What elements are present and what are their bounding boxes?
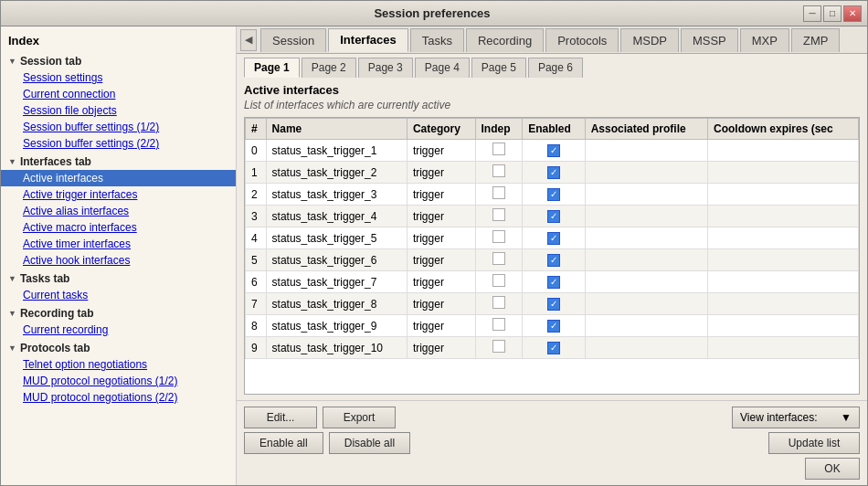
tab-session[interactable]: Session [260, 28, 326, 52]
col-header-cooldown: Cooldown expires (sec [708, 119, 859, 140]
sidebar-item-session-buffer-1[interactable]: Session buffer settings (1/2) [1, 119, 236, 135]
button-row-3: OK [244, 458, 860, 480]
window-controls: ─ □ ✕ [803, 5, 862, 22]
cell-enabled[interactable]: ✓ [523, 227, 586, 249]
sidebar-item-session-buffer-2[interactable]: Session buffer settings (2/2) [1, 135, 236, 152]
sidebar-item-session-file-objects[interactable]: Session file objects [1, 102, 236, 119]
table-row[interactable]: 8status_task_trigger_9trigger✓ [246, 315, 859, 337]
cell-category: trigger [407, 271, 475, 293]
cell-name: status_task_trigger_7 [266, 271, 407, 293]
table-row[interactable]: 2status_task_trigger_3trigger✓ [246, 184, 859, 206]
cell-num: 1 [246, 162, 267, 184]
tab-interfaces[interactable]: Interfaces [328, 28, 408, 52]
cell-enabled[interactable]: ✓ [523, 162, 586, 184]
table-row[interactable]: 4status_task_trigger_5trigger✓ [246, 227, 859, 249]
sidebar-item-mud-protocol-1[interactable]: MUD protocol negotiations (1/2) [1, 373, 236, 389]
page-tab-3[interactable]: Page 3 [358, 58, 413, 78]
sidebar-item-active-macro-interfaces[interactable]: Active macro interfaces [1, 219, 236, 236]
interfaces-table: # Name Category Indep Enabled Associated… [245, 118, 859, 359]
cell-enabled[interactable]: ✓ [523, 271, 586, 293]
sidebar-item-active-hook-interfaces[interactable]: Active hook interfaces [1, 252, 236, 269]
cell-name: status_task_trigger_8 [266, 293, 407, 315]
sidebar-item-current-tasks[interactable]: Current tasks [1, 287, 236, 303]
cell-indep[interactable] [475, 249, 523, 271]
table-row[interactable]: 1status_task_trigger_2trigger✓ [246, 162, 859, 184]
cell-enabled[interactable]: ✓ [523, 337, 586, 359]
tab-recording[interactable]: Recording [466, 28, 544, 52]
cell-num: 5 [246, 249, 267, 271]
ok-button[interactable]: OK [805, 458, 860, 480]
cell-enabled[interactable]: ✓ [523, 140, 586, 162]
cell-num: 9 [246, 337, 267, 359]
disable-all-button[interactable]: Disable all [329, 432, 410, 454]
page-tab-2[interactable]: Page 2 [302, 58, 356, 78]
page-tab-5[interactable]: Page 5 [471, 58, 526, 78]
export-button[interactable]: Export [323, 407, 396, 428]
cell-name: status_task_trigger_4 [266, 206, 407, 227]
sidebar-item-active-trigger-interfaces[interactable]: Active trigger interfaces [1, 186, 236, 203]
button-row-1: Edit... Export View interfaces: ▼ [244, 407, 860, 428]
update-list-button[interactable]: Update list [768, 432, 860, 454]
table-row[interactable]: 7status_task_trigger_8trigger✓ [246, 293, 859, 315]
col-header-enabled: Enabled [523, 119, 586, 140]
sidebar-item-mud-protocol-2[interactable]: MUD protocol negotiations (2/2) [1, 389, 236, 406]
table-row[interactable]: 3status_task_trigger_4trigger✓ [246, 206, 859, 227]
section-subtitle: List of interfaces which are currently a… [244, 99, 860, 111]
sidebar-section-label: Interfaces tab [20, 155, 91, 168]
sidebar-item-telnet-negotiations[interactable]: Telnet option negotiations [1, 356, 236, 373]
cell-num: 2 [246, 184, 267, 206]
cell-enabled[interactable]: ✓ [523, 249, 586, 271]
cell-cooldown [708, 184, 859, 206]
tab-mxp[interactable]: MXP [740, 28, 789, 52]
cell-indep[interactable] [475, 315, 523, 337]
edit-button[interactable]: Edit... [244, 407, 317, 428]
table-row[interactable]: 0status_task_trigger_1trigger✓ [246, 140, 859, 162]
tab-mssp[interactable]: MSSP [681, 28, 738, 52]
sidebar-item-current-connection[interactable]: Current connection [1, 86, 236, 102]
minimize-button[interactable]: ─ [803, 5, 821, 22]
page-tab-4[interactable]: Page 4 [415, 58, 470, 78]
close-button[interactable]: ✕ [843, 5, 862, 22]
cell-enabled[interactable]: ✓ [523, 315, 586, 337]
tab-tasks[interactable]: Tasks [410, 28, 464, 52]
sidebar-item-current-recording[interactable]: Current recording [1, 322, 236, 338]
table-row[interactable]: 5status_task_trigger_6trigger✓ [246, 249, 859, 271]
content-area: Index Session tab Session settings Curre… [1, 26, 867, 485]
cell-indep[interactable] [475, 337, 523, 359]
sidebar-item-active-alias-interfaces[interactable]: Active alias interfaces [1, 203, 236, 219]
main-panel: ◀ Session Interfaces Tasks Recording Pro… [237, 26, 867, 485]
cell-enabled[interactable]: ✓ [523, 184, 586, 206]
cell-name: status_task_trigger_10 [266, 337, 407, 359]
tab-protocols[interactable]: Protocols [545, 28, 619, 52]
cell-indep[interactable] [475, 184, 523, 206]
tab-zmp[interactable]: ZMP [791, 28, 840, 52]
cell-indep[interactable] [475, 162, 523, 184]
cell-indep[interactable] [475, 227, 523, 249]
cell-enabled[interactable]: ✓ [523, 293, 586, 315]
table-row[interactable]: 9status_task_trigger_10trigger✓ [246, 337, 859, 359]
cell-cooldown [708, 140, 859, 162]
cell-indep[interactable] [475, 293, 523, 315]
enable-all-button[interactable]: Enable all [244, 432, 323, 454]
cell-category: trigger [407, 337, 475, 359]
page-tab-6[interactable]: Page 6 [528, 58, 583, 78]
table-row[interactable]: 6status_task_trigger_7trigger✓ [246, 271, 859, 293]
table-header-row: # Name Category Indep Enabled Associated… [246, 119, 859, 140]
page-tab-bar: Page 1 Page 2 Page 3 Page 4 Page 5 Page … [237, 54, 867, 78]
tab-nav-left[interactable]: ◀ [240, 29, 257, 51]
cell-indep[interactable] [475, 271, 523, 293]
cell-indep[interactable] [475, 140, 523, 162]
cell-num: 4 [246, 227, 267, 249]
sidebar-item-session-settings[interactable]: Session settings [1, 69, 236, 86]
sidebar-section-session: Session tab [1, 51, 236, 69]
maximize-button[interactable]: □ [823, 5, 842, 22]
cell-indep[interactable] [475, 206, 523, 227]
tab-msdp[interactable]: MSDP [620, 28, 679, 52]
sidebar-item-active-timer-interfaces[interactable]: Active timer interfaces [1, 236, 236, 252]
page-tab-1[interactable]: Page 1 [244, 58, 300, 78]
view-interfaces-dropdown[interactable]: View interfaces: ▼ [732, 407, 860, 428]
sidebar-item-active-interfaces[interactable]: Active interfaces [1, 170, 236, 186]
cell-associated-profile [585, 227, 707, 249]
sidebar-section-label: Protocols tab [20, 342, 90, 354]
cell-enabled[interactable]: ✓ [523, 206, 586, 227]
